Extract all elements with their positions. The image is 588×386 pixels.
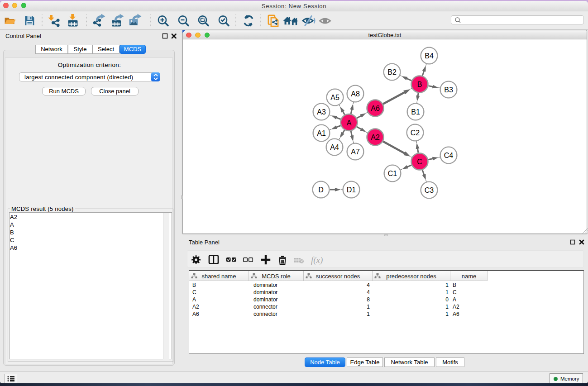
svg-text:A6: A6 xyxy=(371,105,380,112)
svg-text:A1: A1 xyxy=(317,129,326,137)
svg-text:D1: D1 xyxy=(347,186,356,194)
svg-text:C: C xyxy=(417,158,422,166)
svg-text:C2: C2 xyxy=(411,129,420,137)
svg-text:C3: C3 xyxy=(425,186,434,194)
svg-text:A7: A7 xyxy=(351,148,360,156)
svg-text:A4: A4 xyxy=(330,143,339,151)
svg-text:C1: C1 xyxy=(388,170,397,177)
svg-text:A2: A2 xyxy=(371,133,380,141)
svg-text:B1: B1 xyxy=(411,108,420,116)
svg-text:A5: A5 xyxy=(330,94,339,101)
svg-text:B4: B4 xyxy=(425,52,434,60)
svg-text:B3: B3 xyxy=(444,86,453,94)
svg-text:A3: A3 xyxy=(317,108,326,116)
svg-text:A8: A8 xyxy=(351,90,360,98)
svg-text:D: D xyxy=(318,186,324,194)
svg-text:B2: B2 xyxy=(387,68,397,76)
svg-text:C4: C4 xyxy=(444,152,454,159)
svg-text:B: B xyxy=(417,81,422,88)
svg-text:A: A xyxy=(347,119,352,127)
svg-text:f(x): f(x) xyxy=(311,255,323,265)
